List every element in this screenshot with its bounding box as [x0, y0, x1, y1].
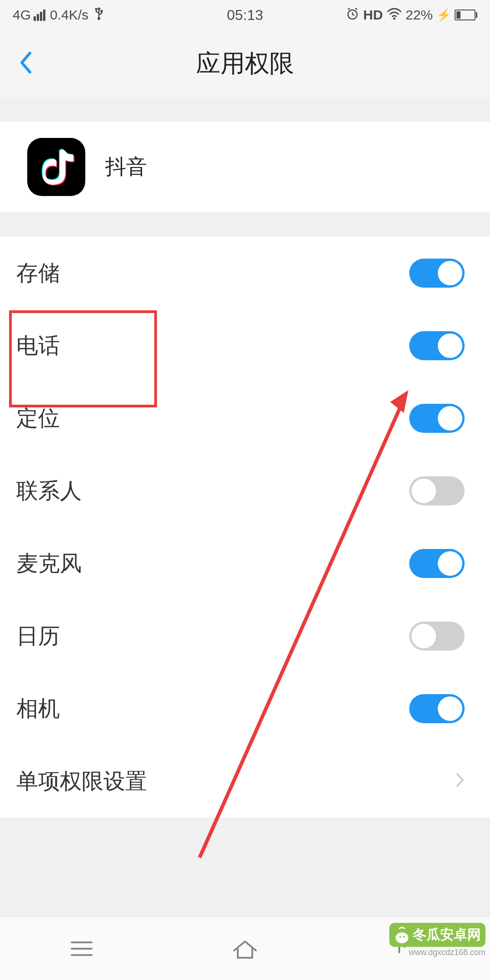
status-time: 05:13	[227, 7, 263, 24]
nav-home[interactable]	[200, 938, 290, 960]
permission-label: 日历	[16, 622, 60, 651]
toggle-location[interactable]	[409, 404, 465, 433]
nav-recent[interactable]	[36, 939, 127, 959]
individual-permission-settings[interactable]: 单项权限设置	[0, 745, 490, 818]
svg-point-4	[393, 17, 395, 20]
svg-point-12	[403, 936, 405, 938]
app-name: 抖音	[105, 153, 147, 181]
permission-label: 相机	[16, 694, 60, 723]
title-bar: 应用权限	[0, 30, 490, 97]
watermark-text: 冬瓜安卓网	[413, 926, 481, 944]
permission-label: 定位	[16, 404, 60, 433]
status-bar: 4G 0.4K/s 05:13 HD 22% ⚡	[0, 0, 490, 30]
page-title: 应用权限	[0, 47, 490, 80]
svg-point-11	[399, 936, 401, 938]
toggle-calendar[interactable]	[409, 622, 465, 651]
alarm-icon	[345, 6, 360, 24]
usb-icon	[94, 7, 104, 24]
watermark-url: www.dgxcdz168.com	[389, 948, 485, 957]
svg-point-10	[396, 932, 408, 943]
app-header: 抖音	[0, 122, 490, 212]
permission-label: 电话	[16, 331, 60, 360]
svg-point-0	[98, 17, 100, 20]
permission-contacts: 联系人	[0, 455, 490, 527]
network-speed: 0.4K/s	[50, 7, 88, 23]
toggle-storage[interactable]	[409, 259, 465, 288]
status-right: HD 22% ⚡	[345, 6, 477, 24]
svg-point-1	[95, 8, 98, 10]
permission-label: 麦克风	[16, 549, 82, 578]
status-left: 4G 0.4K/s	[13, 7, 104, 24]
permission-microphone: 麦克风	[0, 527, 490, 600]
permission-location: 定位	[0, 382, 490, 455]
permissions-list: 存储 电话 定位 联系人 麦克风 日历 相机 单项权限设置	[0, 237, 490, 818]
battery-icon	[455, 10, 477, 20]
toggle-camera[interactable]	[409, 694, 465, 723]
toggle-phone[interactable]	[409, 331, 465, 360]
app-icon	[27, 138, 85, 196]
network-type: 4G	[13, 7, 31, 23]
charging-icon: ⚡	[436, 8, 451, 22]
link-label: 单项权限设置	[16, 767, 147, 796]
back-button[interactable]	[18, 50, 33, 77]
battery-percent: 22%	[406, 7, 433, 23]
permission-label: 联系人	[16, 476, 82, 505]
permission-storage: 存储	[0, 237, 490, 309]
svg-rect-2	[101, 10, 103, 12]
watermark: 冬瓜安卓网 www.dgxcdz168.com	[389, 923, 485, 957]
permission-calendar: 日历	[0, 600, 490, 672]
toggle-microphone[interactable]	[409, 549, 465, 578]
chevron-right-icon	[456, 771, 465, 792]
permission-camera: 相机	[0, 672, 490, 745]
hd-badge: HD	[363, 7, 383, 23]
signal-icon	[34, 10, 45, 21]
permission-phone: 电话	[0, 309, 490, 382]
permission-label: 存储	[16, 259, 60, 288]
toggle-contacts[interactable]	[409, 476, 465, 505]
wifi-icon	[387, 7, 402, 23]
